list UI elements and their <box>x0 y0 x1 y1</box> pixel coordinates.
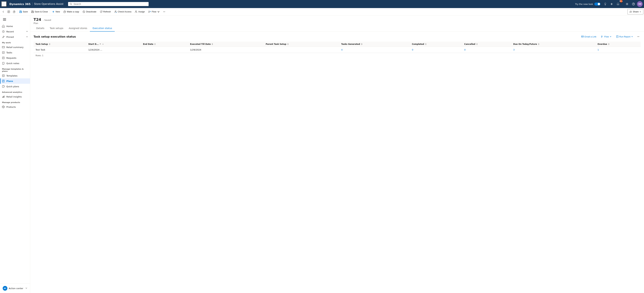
assign-button[interactable]: Assign <box>133 9 146 15</box>
svg-point-48 <box>638 37 638 37</box>
action-center-chevron-icon <box>25 287 27 289</box>
sidebar-requests-label: Requests <box>6 57 16 59</box>
col-header-executed-till-date[interactable]: Executed Till Date <box>188 42 264 47</box>
tab-details[interactable]: Details <box>34 25 47 32</box>
tab-task-setups[interactable]: Task setups <box>47 25 66 32</box>
svg-rect-42 <box>4 96 4 98</box>
brand-area: Dynamics 365 Store Operations Assist <box>8 2 65 6</box>
col-header-tasks-generated[interactable]: Tasks Generated <box>339 42 410 47</box>
cancelled-link[interactable]: 0 <box>464 49 466 51</box>
action-center-label: Action center <box>9 287 23 290</box>
sidebar-item-requests[interactable]: Requests <box>0 55 30 61</box>
cell-start-date: 1/24/2024 ... <box>86 47 141 53</box>
sidebar-item-retail-summary[interactable]: Retail summary <box>0 45 30 50</box>
cell-parent-task-setup <box>264 47 339 53</box>
retail-summary-icon <box>2 46 5 49</box>
settings-button[interactable] <box>624 1 630 7</box>
sidebar-item-recent[interactable]: Recent <box>0 29 30 34</box>
cell-executed-till-date: 1/29/2024 <box>188 47 264 53</box>
sidebar-item-retail-insights[interactable]: Retail insights <box>0 94 30 99</box>
cell-cancelled: 0 <box>462 47 511 53</box>
tasks-generated-link[interactable]: 4 <box>341 49 343 51</box>
sidebar-toggle-button[interactable] <box>0 16 30 24</box>
sort-icon-due <box>538 43 540 45</box>
overdue-link[interactable]: 1 <box>598 49 599 51</box>
help-button[interactable]: ? <box>630 1 636 7</box>
completed-link[interactable]: 0 <box>412 49 413 51</box>
col-header-cancelled[interactable]: Cancelled <box>462 42 511 47</box>
col-header-end-date[interactable]: End Date <box>141 42 188 47</box>
sort-icon-overdue <box>608 43 610 45</box>
col-header-due-today-future[interactable]: Due On Today/Future <box>511 42 595 47</box>
share-button[interactable]: Share <box>628 9 643 15</box>
quick-notes-icon <box>2 62 5 65</box>
notification-badge: 99+ <box>620 0 622 3</box>
col-header-completed[interactable]: Completed <box>410 42 462 47</box>
sidebar-item-pinned[interactable]: Pinned <box>0 34 30 40</box>
back-button[interactable] <box>1 9 6 15</box>
add-button[interactable] <box>609 1 614 7</box>
new-button[interactable]: New <box>50 9 62 15</box>
sidebar-item-plans[interactable]: Plans <box>0 78 30 84</box>
svg-rect-25 <box>2 46 4 48</box>
search-input[interactable] <box>74 3 147 5</box>
record-type: Plan <box>34 22 641 25</box>
deactivate-button[interactable]: Deactivate <box>81 9 98 15</box>
plans-icon <box>2 80 5 82</box>
run-report-button[interactable]: Run Report <box>614 35 634 39</box>
command-bar: Save Save & Close New Make a copy Deacti… <box>0 8 644 16</box>
view-record-button[interactable] <box>6 9 12 15</box>
section-flow-button[interactable]: Flow <box>600 35 613 39</box>
col-header-parent-task-setup[interactable]: Parent Task Setup <box>264 42 339 47</box>
user-avatar-button[interactable]: SM <box>637 1 643 7</box>
tab-execution-status[interactable]: Execution status <box>90 25 115 32</box>
dynamics-365-label[interactable]: Dynamics 365 <box>10 3 30 6</box>
waffle-menu-button[interactable] <box>1 1 7 7</box>
svg-text:?: ? <box>633 3 634 5</box>
section-flow-chevron-icon <box>610 36 612 38</box>
my-work-section-label: My work <box>0 40 30 45</box>
col-header-start-date[interactable]: Start D... <box>86 42 141 47</box>
waffle-icon <box>2 2 6 6</box>
sort-icon-end-date <box>154 43 156 45</box>
make-copy-button[interactable]: Make a copy <box>62 9 81 15</box>
sidebar-templates-label: Templates <box>6 75 18 77</box>
quick-plans-icon <box>2 85 5 88</box>
section-more-button[interactable] <box>636 34 641 39</box>
svg-point-23 <box>165 12 165 12</box>
section-actions: Email a Link Flow Run Report <box>580 34 641 39</box>
lightbulb-button[interactable] <box>602 1 608 7</box>
col-header-overdue[interactable]: Overdue <box>596 42 641 47</box>
module-name-label: Store Operations Assist <box>34 3 64 6</box>
cell-task-setup: Test Task <box>34 47 86 53</box>
save-close-button[interactable]: Save & Close <box>30 9 50 15</box>
sidebar-item-products[interactable]: Products <box>0 104 30 110</box>
action-center-item[interactable]: AC Action center <box>1 285 29 292</box>
tab-assigned-stores[interactable]: Assigned stores <box>66 25 90 32</box>
svg-rect-39 <box>2 85 4 87</box>
more-options-button[interactable] <box>162 9 167 15</box>
due-today-future-link[interactable]: 3 <box>513 49 514 51</box>
flow-button[interactable]: Flow <box>146 9 162 15</box>
check-access-button[interactable]: Check Access <box>112 9 133 15</box>
duplicate-view-button[interactable] <box>12 9 17 15</box>
sidebar-item-templates[interactable]: Templates <box>0 73 30 78</box>
manage-products-section-label: Manage products <box>0 99 30 104</box>
sidebar-item-tasks[interactable]: Tasks <box>0 50 30 55</box>
col-header-task-setup[interactable]: Task Setup <box>34 42 86 47</box>
email-link-button[interactable]: Email a Link <box>580 35 598 39</box>
sidebar-item-quick-notes[interactable]: Quick notes <box>0 61 30 66</box>
save-button[interactable]: Save <box>18 9 30 15</box>
try-new-look-toggle[interactable] <box>594 3 600 6</box>
sidebar: Home Recent Pinned My work Retail summar… <box>0 16 30 293</box>
sort-icon-tasks-gen <box>361 43 363 45</box>
sort-asc-icon <box>99 43 101 45</box>
tabs-nav: Details Task setups Assigned stores Exec… <box>30 25 644 32</box>
hamburger-icon <box>2 17 8 22</box>
sidebar-item-home[interactable]: Home <box>0 24 30 29</box>
table-header: Task Setup Start D... <box>34 42 641 47</box>
top-nav-bar: Dynamics 365 Store Operations Assist Try… <box>0 0 644 8</box>
sort-icon-executed-till <box>211 43 213 45</box>
refresh-button[interactable]: Refresh <box>98 9 113 15</box>
sidebar-item-quick-plans[interactable]: Quick plans <box>0 84 30 89</box>
